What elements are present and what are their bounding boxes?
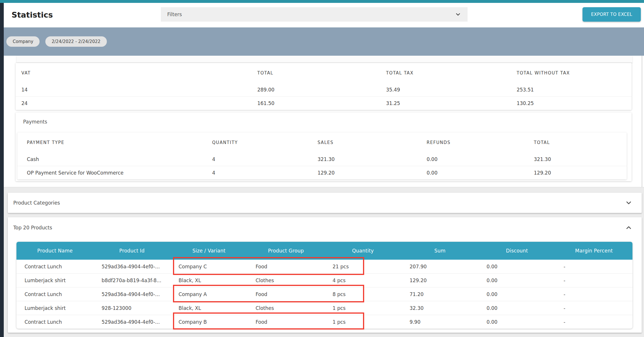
payments-table: PAYMENT TYPEQUANTITYSALESREFUNDSTOTAL Ca…: [17, 132, 627, 179]
table-cell: 253.51: [511, 83, 632, 97]
product-categories-label: Product Categories: [13, 200, 60, 206]
column-header: QUANTITY: [202, 132, 308, 153]
table-cell: 289.00: [252, 83, 380, 97]
table-cell: 4: [202, 153, 308, 166]
table-cell: 321.30: [524, 153, 627, 166]
sidebar-edge: [0, 3, 4, 337]
filter-chip-company[interactable]: Company: [6, 36, 40, 47]
page-title: Statistics: [12, 10, 53, 19]
table-cell: 207.90: [401, 260, 479, 274]
table-cell: -: [555, 260, 632, 274]
table-cell: b8df270a-b819-4a3f-8...: [94, 274, 171, 287]
table-cell: -: [555, 315, 632, 329]
table-cell: Contract Lunch: [16, 315, 94, 329]
table-cell: Contract Lunch: [16, 260, 94, 274]
table-cell: 161.50: [252, 97, 380, 110]
table-cell: 928-123000: [94, 301, 171, 315]
vertical-scrollbar[interactable]: [642, 56, 642, 187]
table-cell: 14: [16, 83, 252, 97]
table-cell: 32.30: [401, 301, 479, 315]
table-cell: -: [555, 301, 632, 315]
column-header: Product Id: [94, 242, 171, 260]
column-header: Discount: [479, 242, 556, 260]
highlight-box-row1: [173, 257, 364, 275]
column-header: SALES: [308, 132, 417, 153]
table-cell: 130.25: [511, 97, 632, 110]
table-row: OP Payment Service for WooCommerce4129.2…: [17, 166, 627, 180]
chevron-up-icon[interactable]: [625, 224, 632, 231]
table-cell: Cash: [17, 153, 202, 166]
top-products-label: Top 20 Products: [13, 225, 52, 231]
table-cell: 529ad36a-4904-4ef0-...: [94, 315, 171, 329]
filters-dropdown[interactable]: Filters: [161, 7, 468, 22]
filters-dropdown-label: Filters: [167, 12, 182, 17]
vat-table-header-row: VATTOTALTOTAL TAXTOTAL WITHOUT TAX: [16, 63, 632, 83]
table-cell: Contract Lunch: [16, 287, 94, 301]
table-cell: 0.00: [479, 287, 556, 301]
vat-table: VATTOTALTOTAL TAXTOTAL WITHOUT TAX 14289…: [16, 63, 632, 110]
column-header: Product Name: [16, 242, 94, 260]
table-cell: Lumberjack shirt: [16, 274, 94, 287]
top-accent-bar: [0, 0, 644, 3]
table-cell: 321.30: [308, 153, 417, 166]
table-cell: 35.49: [380, 83, 511, 97]
column-header: PAYMENT TYPE: [17, 132, 202, 153]
payments-card: Payments PAYMENT TYPEQUANTITYSALESREFUND…: [16, 113, 632, 181]
highlight-box-row5: [173, 312, 364, 329]
column-header: TOTAL: [524, 132, 627, 153]
table-cell: 0.00: [417, 153, 524, 166]
column-header: TOTAL TAX: [380, 63, 511, 83]
vat-summary-card: VATTOTALTOTAL TAXTOTAL WITHOUT TAX 14289…: [16, 63, 632, 110]
export-to-excel-button[interactable]: EXPORT TO EXCEL: [582, 7, 641, 22]
column-header: TOTAL WITHOUT TAX: [511, 63, 632, 83]
highlight-box-row3: [173, 285, 364, 302]
table-cell: 0.00: [479, 260, 556, 274]
table-cell: 24: [16, 97, 252, 110]
table-cell: Lumberjack shirt: [16, 301, 94, 315]
truncated-card-edge: [16, 56, 632, 63]
product-categories-accordion[interactable]: Product Categories: [8, 193, 642, 213]
column-header: Sum: [401, 242, 479, 260]
top-products-accordion[interactable]: Top 20 Products: [13, 221, 632, 235]
chevron-down-icon[interactable]: [625, 199, 632, 207]
table-row: 14289.0035.49253.51: [16, 83, 632, 97]
column-header: REFUNDS: [417, 132, 524, 153]
summary-scroll-area[interactable]: VATTOTALTOTAL TAXTOTAL WITHOUT TAX 14289…: [4, 56, 644, 187]
table-cell: 9.90: [401, 315, 479, 329]
table-cell: 4: [202, 166, 308, 180]
payments-table-header-row: PAYMENT TYPEQUANTITYSALESREFUNDSTOTAL: [17, 132, 627, 153]
table-cell: 0.00: [479, 274, 556, 287]
statistics-page: Statistics Filters EXPORT TO EXCEL Compa…: [0, 0, 644, 337]
table-cell: -: [555, 287, 632, 301]
table-cell: 31.25: [380, 97, 511, 110]
table-cell: 129.20: [401, 274, 479, 287]
table-row: 24161.5031.25130.25: [16, 97, 632, 110]
table-cell: 0.00: [417, 166, 524, 180]
column-header: VAT: [16, 63, 252, 83]
filter-chip-date-range[interactable]: 2/24/2022 - 2/24/2022: [45, 36, 107, 47]
table-cell: 0.00: [479, 301, 556, 315]
table-cell: -: [555, 274, 632, 287]
payments-section-title: Payments: [23, 119, 47, 125]
table-cell: 529ad36a-4904-4ef0-...: [94, 260, 171, 274]
table-row: Cash4321.300.00321.30: [17, 153, 627, 166]
payments-table-card: PAYMENT TYPEQUANTITYSALESREFUNDSTOTAL Ca…: [17, 132, 627, 179]
table-cell: 529ad36a-4904-4ef0-...: [94, 287, 171, 301]
table-cell: 129.20: [308, 166, 417, 180]
header-bar: Statistics Filters EXPORT TO EXCEL: [4, 3, 644, 27]
column-header: TOTAL: [252, 63, 380, 83]
table-cell: 129.20: [524, 166, 627, 180]
table-cell: OP Payment Service for WooCommerce: [17, 166, 202, 180]
table-cell: 0.00: [479, 315, 556, 329]
chevron-down-icon: [455, 11, 461, 18]
table-cell: 71.20: [401, 287, 479, 301]
column-header: Margin Percent: [555, 242, 632, 260]
filter-chip-band: Company 2/24/2022 - 2/24/2022: [4, 27, 644, 56]
